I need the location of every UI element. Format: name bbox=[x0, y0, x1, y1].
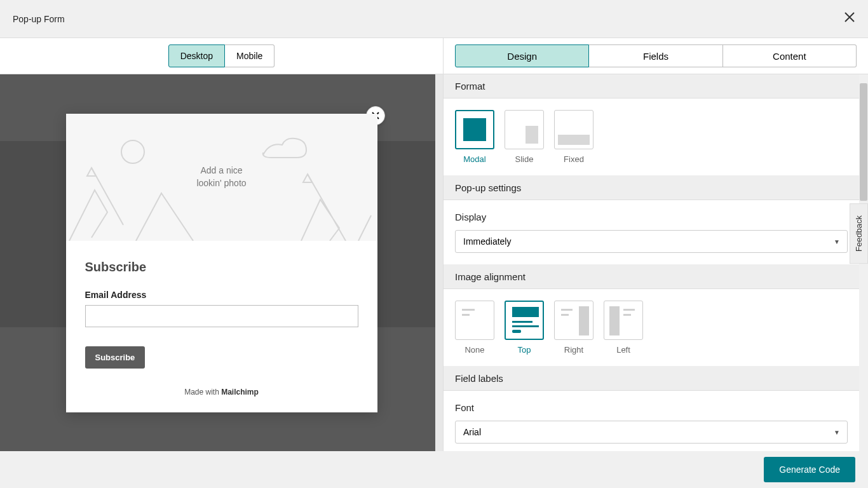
font-label: Font bbox=[455, 402, 848, 413]
svg-rect-10 bbox=[609, 306, 620, 336]
section-image-alignment-header: Image alignment bbox=[444, 265, 859, 289]
settings-scroll: Format Modal Slide Fixed bbox=[444, 74, 868, 451]
display-select[interactable] bbox=[455, 230, 848, 253]
generate-code-button[interactable]: Generate Code bbox=[764, 457, 855, 482]
device-toggle: Desktop Mobile bbox=[0, 38, 443, 74]
format-option-modal[interactable]: Modal bbox=[455, 110, 494, 164]
footer-bar: Generate Code bbox=[0, 451, 868, 488]
device-mobile-button[interactable]: Mobile bbox=[225, 44, 275, 67]
format-option-fixed[interactable]: Fixed bbox=[554, 110, 593, 164]
settings-panel: Design Fields Content Format Modal bbox=[444, 38, 868, 451]
tab-fields[interactable]: Fields bbox=[589, 44, 722, 67]
settings-scrollbar-thumb[interactable] bbox=[860, 83, 867, 201]
display-label: Display bbox=[455, 212, 848, 222]
svg-rect-6 bbox=[512, 330, 521, 333]
popup-image-text: Add a nice lookin' photo bbox=[196, 165, 246, 189]
preview-area: Add a nice lookin' photo Subscribe Email… bbox=[0, 74, 443, 451]
close-icon[interactable] bbox=[844, 11, 855, 26]
popup-footer: Made with Mailchimp bbox=[66, 388, 377, 412]
popup-preview: Add a nice lookin' photo Subscribe Email… bbox=[66, 114, 377, 412]
svg-rect-9 bbox=[561, 314, 569, 316]
subscribe-button[interactable]: Subscribe bbox=[85, 346, 146, 369]
section-popup-settings-body: Display ▼ bbox=[444, 200, 859, 265]
section-popup-settings-header: Pop-up settings bbox=[444, 176, 859, 200]
align-option-top[interactable]: Top bbox=[505, 301, 544, 355]
section-field-labels-header: Field labels bbox=[444, 367, 859, 391]
svg-rect-7 bbox=[579, 306, 589, 336]
feedback-tab[interactable]: Feedback bbox=[850, 203, 868, 264]
main-area: Desktop Mobile Add a nice bbox=[0, 38, 868, 451]
preview-panel: Desktop Mobile Add a nice bbox=[0, 38, 444, 451]
page-title: Pop-up Form bbox=[13, 14, 65, 24]
popup-body: Subscribe Email Address Subscribe bbox=[66, 241, 377, 388]
align-option-right[interactable]: Right bbox=[554, 301, 593, 355]
font-select[interactable] bbox=[455, 421, 848, 444]
section-image-alignment-body: None Top Right bbox=[444, 289, 859, 367]
svg-rect-11 bbox=[623, 309, 635, 311]
svg-rect-2 bbox=[462, 314, 470, 316]
preview-scrollbar[interactable] bbox=[435, 74, 443, 451]
svg-rect-3 bbox=[512, 307, 539, 317]
popup-image-placeholder[interactable]: Add a nice lookin' photo bbox=[66, 114, 377, 241]
settings-tabs: Design Fields Content bbox=[444, 38, 868, 74]
svg-rect-12 bbox=[623, 314, 631, 316]
svg-point-0 bbox=[121, 140, 144, 163]
section-format-header: Format bbox=[444, 74, 859, 98]
format-option-slide[interactable]: Slide bbox=[505, 110, 544, 164]
device-desktop-button[interactable]: Desktop bbox=[168, 44, 225, 67]
header: Pop-up Form bbox=[0, 0, 868, 38]
svg-rect-4 bbox=[512, 321, 532, 323]
tab-design[interactable]: Design bbox=[455, 44, 589, 67]
align-option-none[interactable]: None bbox=[455, 301, 494, 355]
svg-rect-8 bbox=[561, 309, 573, 311]
popup-heading: Subscribe bbox=[85, 260, 358, 274]
svg-rect-1 bbox=[462, 309, 475, 311]
tab-content[interactable]: Content bbox=[723, 44, 857, 67]
align-option-left[interactable]: Left bbox=[604, 301, 643, 355]
section-field-labels-body: Font ▼ bbox=[444, 391, 859, 451]
email-field[interactable] bbox=[85, 305, 358, 327]
svg-rect-5 bbox=[512, 325, 539, 327]
section-format-body: Modal Slide Fixed bbox=[444, 98, 859, 176]
email-label: Email Address bbox=[85, 290, 358, 300]
